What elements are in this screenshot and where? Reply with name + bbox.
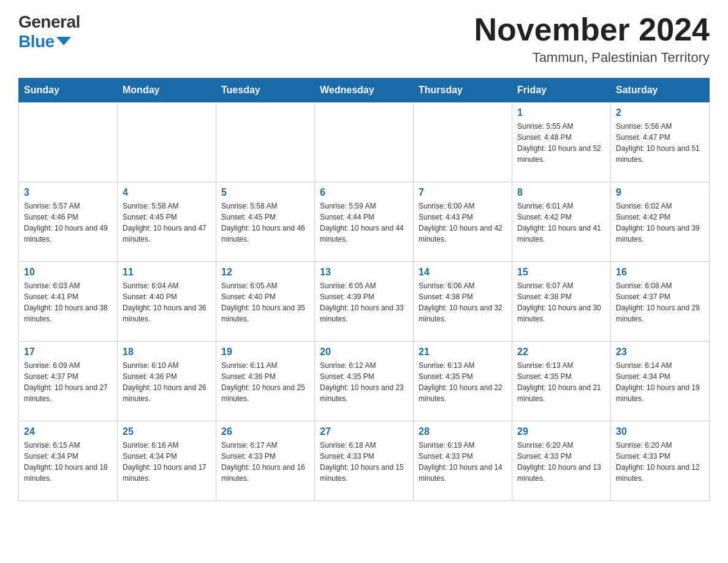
weekday-header-thursday: Thursday	[414, 79, 512, 102]
weekday-header-saturday: Saturday	[611, 79, 710, 102]
calendar-cell: 4Sunrise: 5:58 AM Sunset: 4:45 PM Daylig…	[118, 182, 216, 262]
day-number: 26	[221, 426, 309, 437]
calendar-cell: 17Sunrise: 6:09 AM Sunset: 4:37 PM Dayli…	[19, 342, 118, 421]
day-number: 14	[419, 267, 507, 278]
calendar-cell: 18Sunrise: 6:10 AM Sunset: 4:36 PM Dayli…	[118, 342, 216, 421]
calendar-cell	[414, 102, 512, 182]
day-number: 6	[320, 187, 408, 198]
day-info: Sunrise: 6:04 AM Sunset: 4:40 PM Dayligh…	[123, 280, 211, 324]
day-number: 15	[517, 267, 605, 278]
day-info: Sunrise: 6:05 AM Sunset: 4:40 PM Dayligh…	[221, 280, 309, 324]
day-number: 30	[616, 426, 704, 437]
calendar-table: SundayMondayTuesdayWednesdayThursdayFrid…	[18, 78, 710, 501]
weekday-header-monday: Monday	[118, 79, 216, 102]
calendar-cell: 22Sunrise: 6:13 AM Sunset: 4:35 PM Dayli…	[512, 342, 611, 421]
calendar-row-3: 17Sunrise: 6:09 AM Sunset: 4:37 PM Dayli…	[19, 342, 710, 421]
day-info: Sunrise: 6:01 AM Sunset: 4:42 PM Dayligh…	[517, 201, 605, 245]
day-number: 19	[221, 347, 309, 358]
day-number: 9	[616, 187, 704, 198]
day-info: Sunrise: 6:14 AM Sunset: 4:34 PM Dayligh…	[616, 360, 704, 404]
calendar-cell: 11Sunrise: 6:04 AM Sunset: 4:40 PM Dayli…	[118, 262, 216, 342]
day-number: 24	[24, 426, 112, 437]
day-number: 25	[123, 426, 211, 437]
logo-general: General	[18, 12, 80, 32]
day-info: Sunrise: 6:05 AM Sunset: 4:39 PM Dayligh…	[320, 280, 408, 324]
calendar-cell	[118, 102, 216, 182]
day-info: Sunrise: 6:13 AM Sunset: 4:35 PM Dayligh…	[517, 360, 605, 404]
day-info: Sunrise: 6:16 AM Sunset: 4:34 PM Dayligh…	[123, 440, 211, 484]
day-info: Sunrise: 5:59 AM Sunset: 4:44 PM Dayligh…	[320, 201, 408, 245]
calendar-cell: 24Sunrise: 6:15 AM Sunset: 4:34 PM Dayli…	[19, 421, 118, 501]
day-info: Sunrise: 5:55 AM Sunset: 4:48 PM Dayligh…	[517, 121, 605, 165]
day-info: Sunrise: 6:17 AM Sunset: 4:33 PM Dayligh…	[221, 440, 309, 484]
day-number: 3	[24, 187, 112, 198]
day-number: 11	[123, 267, 211, 278]
title-area: November 2024 Tammun, Palestinian Territ…	[474, 12, 710, 66]
day-info: Sunrise: 6:18 AM Sunset: 4:33 PM Dayligh…	[320, 440, 408, 484]
location-title: Tammun, Palestinian Territory	[474, 50, 710, 66]
day-number: 22	[517, 347, 605, 358]
calendar-cell	[315, 102, 414, 182]
day-info: Sunrise: 6:09 AM Sunset: 4:37 PM Dayligh…	[24, 360, 112, 404]
calendar-row-0: 1Sunrise: 5:55 AM Sunset: 4:48 PM Daylig…	[19, 102, 710, 182]
day-info: Sunrise: 6:15 AM Sunset: 4:34 PM Dayligh…	[24, 440, 112, 484]
calendar-cell: 5Sunrise: 5:58 AM Sunset: 4:45 PM Daylig…	[216, 182, 315, 262]
calendar-cell: 19Sunrise: 6:11 AM Sunset: 4:36 PM Dayli…	[216, 342, 315, 421]
calendar-cell: 29Sunrise: 6:20 AM Sunset: 4:33 PM Dayli…	[512, 421, 611, 501]
calendar-cell: 30Sunrise: 6:20 AM Sunset: 4:33 PM Dayli…	[611, 421, 710, 501]
calendar-row-4: 24Sunrise: 6:15 AM Sunset: 4:34 PM Dayli…	[19, 421, 710, 501]
month-title: November 2024	[474, 12, 710, 47]
day-info: Sunrise: 6:12 AM Sunset: 4:35 PM Dayligh…	[320, 360, 408, 404]
day-number: 8	[517, 187, 605, 198]
day-info: Sunrise: 5:57 AM Sunset: 4:46 PM Dayligh…	[24, 201, 112, 245]
calendar-cell: 25Sunrise: 6:16 AM Sunset: 4:34 PM Dayli…	[118, 421, 216, 501]
day-info: Sunrise: 6:03 AM Sunset: 4:41 PM Dayligh…	[24, 280, 112, 324]
weekday-header-sunday: Sunday	[19, 79, 118, 102]
logo-arrow-icon	[56, 37, 71, 45]
calendar-cell	[19, 102, 118, 182]
day-info: Sunrise: 5:56 AM Sunset: 4:47 PM Dayligh…	[616, 121, 704, 165]
day-info: Sunrise: 6:20 AM Sunset: 4:33 PM Dayligh…	[517, 440, 605, 484]
logo: General Blue	[18, 12, 80, 52]
day-number: 16	[616, 267, 704, 278]
logo-blue: Blue	[18, 32, 80, 52]
day-number: 29	[517, 426, 605, 437]
day-info: Sunrise: 6:08 AM Sunset: 4:37 PM Dayligh…	[616, 280, 704, 324]
calendar-cell: 2Sunrise: 5:56 AM Sunset: 4:47 PM Daylig…	[611, 102, 710, 182]
weekday-header-tuesday: Tuesday	[216, 79, 315, 102]
day-number: 12	[221, 267, 309, 278]
calendar-cell: 15Sunrise: 6:07 AM Sunset: 4:38 PM Dayli…	[512, 262, 611, 342]
day-number: 21	[419, 347, 507, 358]
day-number: 28	[419, 426, 507, 437]
day-number: 27	[320, 426, 408, 437]
weekday-header-wednesday: Wednesday	[315, 79, 414, 102]
calendar-cell: 1Sunrise: 5:55 AM Sunset: 4:48 PM Daylig…	[512, 102, 611, 182]
day-number: 5	[221, 187, 309, 198]
day-info: Sunrise: 6:06 AM Sunset: 4:38 PM Dayligh…	[419, 280, 507, 324]
day-info: Sunrise: 6:19 AM Sunset: 4:33 PM Dayligh…	[419, 440, 507, 484]
day-number: 2	[616, 107, 704, 118]
day-number: 17	[24, 347, 112, 358]
day-number: 13	[320, 267, 408, 278]
calendar-cell	[216, 102, 315, 182]
day-number: 20	[320, 347, 408, 358]
day-info: Sunrise: 6:07 AM Sunset: 4:38 PM Dayligh…	[517, 280, 605, 324]
calendar-cell: 8Sunrise: 6:01 AM Sunset: 4:42 PM Daylig…	[512, 182, 611, 262]
calendar-cell: 9Sunrise: 6:02 AM Sunset: 4:42 PM Daylig…	[611, 182, 710, 262]
calendar-cell: 23Sunrise: 6:14 AM Sunset: 4:34 PM Dayli…	[611, 342, 710, 421]
calendar-cell: 6Sunrise: 5:59 AM Sunset: 4:44 PM Daylig…	[315, 182, 414, 262]
calendar-cell: 10Sunrise: 6:03 AM Sunset: 4:41 PM Dayli…	[19, 262, 118, 342]
calendar-header-row: SundayMondayTuesdayWednesdayThursdayFrid…	[19, 79, 710, 102]
day-info: Sunrise: 6:00 AM Sunset: 4:43 PM Dayligh…	[419, 201, 507, 245]
day-number: 7	[419, 187, 507, 198]
calendar-cell: 21Sunrise: 6:13 AM Sunset: 4:35 PM Dayli…	[414, 342, 512, 421]
page-header: General Blue November 2024 Tammun, Pales…	[18, 12, 710, 66]
calendar-cell: 14Sunrise: 6:06 AM Sunset: 4:38 PM Dayli…	[414, 262, 512, 342]
calendar-cell: 7Sunrise: 6:00 AM Sunset: 4:43 PM Daylig…	[414, 182, 512, 262]
day-number: 18	[123, 347, 211, 358]
day-number: 23	[616, 347, 704, 358]
day-number: 4	[123, 187, 211, 198]
calendar-cell: 13Sunrise: 6:05 AM Sunset: 4:39 PM Dayli…	[315, 262, 414, 342]
day-info: Sunrise: 6:13 AM Sunset: 4:35 PM Dayligh…	[419, 360, 507, 404]
calendar-cell: 26Sunrise: 6:17 AM Sunset: 4:33 PM Dayli…	[216, 421, 315, 501]
